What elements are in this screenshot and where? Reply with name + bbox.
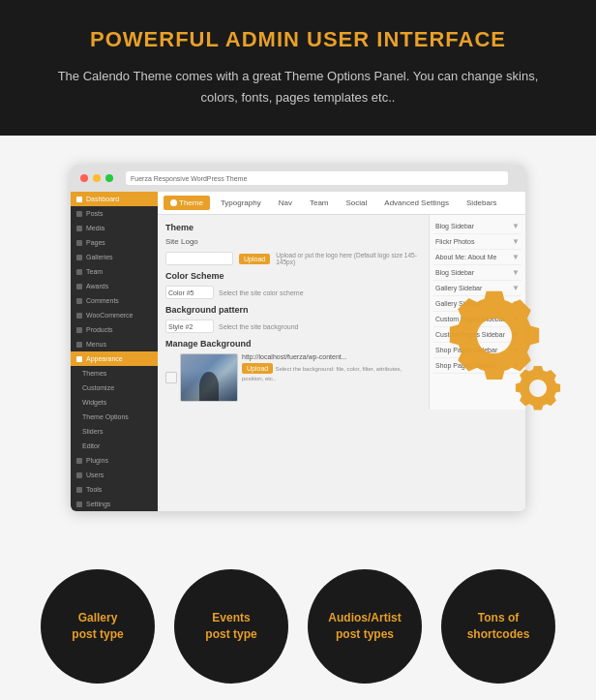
sidebar-label-galleries: Galleries <box>86 254 113 260</box>
feature-shortcodes-title: Tons of <box>478 610 519 626</box>
tab-advanced[interactable]: Advanced Settings <box>377 196 456 210</box>
sidebar-dot-icon <box>76 487 82 493</box>
browser-url-bar[interactable]: Fuerza Responsive WordPress Theme <box>126 171 508 185</box>
tab-theme[interactable]: Theme <box>164 196 210 210</box>
tab-sidebars[interactable]: Sidebars <box>460 196 504 210</box>
sidebar-item-tools[interactable]: Tools <box>71 482 158 497</box>
sidebar-label-sliders: Sliders <box>82 428 103 435</box>
bg-url-text: http://localhost/fuerza/wp-content... <box>242 353 421 360</box>
sidebar-item-menus[interactable]: Menus <box>71 337 158 351</box>
feature-circle-gallery: Gallery post type <box>41 569 155 684</box>
sidebar-label-editor: Editor <box>82 442 100 449</box>
right-item-blog-sidebar[interactable]: Blog Sidebar ▼ <box>433 219 522 234</box>
sidebar-item-products[interactable]: Products <box>71 322 158 337</box>
tab-team-label: Team <box>310 198 329 207</box>
sidebar-item-awards[interactable]: Awards <box>71 279 158 293</box>
sidebar-item-customize[interactable]: Customize <box>71 380 158 395</box>
bg-hint: Select the site background <box>219 323 421 330</box>
url-text: Fuerza Responsive WordPress Theme <box>131 175 247 182</box>
header-section: POWERFUL ADMIN USER INTERFACE The Calend… <box>0 0 596 136</box>
sidebar-item-dashboard[interactable]: Dashboard <box>71 192 158 206</box>
upload-button[interactable]: Upload <box>239 254 270 264</box>
feature-events-sub: post type <box>205 626 256 643</box>
section-title-theme: Theme <box>165 223 421 232</box>
feature-shortcodes-sub: shortcodes <box>467 626 530 643</box>
feature-circle-audios: Audios/Artist post types <box>308 569 422 684</box>
sidebar-item-posts[interactable]: Posts <box>71 206 158 221</box>
right-item-about[interactable]: About Me: About Me ▼ <box>433 250 522 265</box>
feature-gallery-sub: post type <box>72 626 123 643</box>
sidebar-label-menus: Menus <box>86 341 106 348</box>
site-logo-label: Site Logo <box>165 237 233 246</box>
sidebar-label-woo: WooCommerce <box>86 312 134 319</box>
browser-dot-yellow[interactable] <box>93 174 101 182</box>
sidebar-dot-icon <box>76 226 82 231</box>
sidebar-item-users[interactable]: Users <box>71 468 158 482</box>
logo-hint: Upload or put the logo here (Default log… <box>276 252 421 265</box>
right-arrow-flickr: ▼ <box>512 237 520 246</box>
sidebar-item-plugins[interactable]: Plugins <box>71 453 158 468</box>
sidebar-item-appearance[interactable]: Appearance <box>71 351 158 366</box>
sidebar-label-customize: Customize <box>82 384 114 391</box>
sidebar-dot-icon <box>76 327 82 333</box>
right-label-blog: Blog Sidebar <box>435 223 474 229</box>
logo-input[interactable] <box>165 252 233 265</box>
sidebar-dot-icon <box>76 502 82 507</box>
sidebar-dot-icon <box>76 255 82 260</box>
bg-figure <box>181 371 237 401</box>
bg-file-row <box>165 353 238 402</box>
tab-social[interactable]: Social <box>340 196 374 210</box>
sidebar-label-users: Users <box>86 472 104 478</box>
sidebar-item-woocommerce[interactable]: WooCommerce <box>71 308 158 322</box>
sidebar-item-theme-options[interactable]: Theme Options <box>71 410 158 424</box>
features-section: Gallery post type Events post type Audio… <box>0 540 596 700</box>
section-title-manage-bg: Manage Background <box>165 339 421 349</box>
sidebar-item-themes[interactable]: Themes <box>71 366 158 380</box>
sidebar-item-sliders[interactable]: Sliders <box>71 424 158 439</box>
screenshot-section: Fuerza Responsive WordPress Theme Dashbo… <box>0 136 596 540</box>
browser-dot-red[interactable] <box>80 174 88 182</box>
sidebar-item-widgets[interactable]: Widgets <box>71 395 158 410</box>
theme-icon <box>170 199 177 206</box>
sidebar-label-widgets: Widgets <box>82 399 106 406</box>
color-select[interactable]: Color #5 <box>165 286 214 299</box>
feature-gallery-title: Gallery <box>78 610 118 626</box>
sidebar-item-settings[interactable]: Settings <box>71 497 158 511</box>
color-value: Color #5 <box>168 289 194 296</box>
sidebar-item-editor[interactable]: Editor <box>71 439 158 453</box>
sidebar-label-awards: Awards <box>86 283 108 289</box>
tab-nav[interactable]: Nav <box>272 196 299 210</box>
color-scheme-row: Color #5 Select the site color scheme <box>165 286 421 299</box>
sidebar-label-posts: Posts <box>86 210 104 217</box>
upload-row: Upload Upload or put the logo here (Defa… <box>165 252 421 265</box>
feature-events-title: Events <box>212 610 250 626</box>
right-arrow-blog: ▼ <box>512 222 520 230</box>
right-arrow-about: ▼ <box>512 253 520 261</box>
sidebar-dot-icon <box>76 197 82 202</box>
bg-select[interactable]: Style #2 <box>165 320 214 333</box>
browser-dot-green[interactable] <box>105 174 113 182</box>
sidebar-item-pages[interactable]: Pages <box>71 235 158 250</box>
tab-team[interactable]: Team <box>303 196 336 210</box>
tab-typography[interactable]: Typography <box>214 196 268 210</box>
wp-tabs-bar: Theme Typography Nav Team Social <box>158 192 525 215</box>
sidebar-dot-icon <box>76 313 82 319</box>
section-title-color: Color Scheme <box>165 271 421 281</box>
sidebar-label-products: Products <box>86 326 113 333</box>
right-arrow-blog2: ▼ <box>512 268 520 277</box>
sidebar-item-comments[interactable]: Comments <box>71 293 158 308</box>
section-title-bg: Background pattern <box>165 305 421 315</box>
upload-bg-button[interactable]: Upload <box>242 363 273 374</box>
sidebar-item-galleries[interactable]: Galleries <box>71 250 158 264</box>
sidebar-item-media[interactable]: Media <box>71 221 158 235</box>
sidebar-item-team[interactable]: Team <box>71 264 158 279</box>
sidebar-label-themes: Themes <box>82 370 106 377</box>
figure-silhouette <box>199 372 219 401</box>
sidebar-label-pages: Pages <box>86 239 105 246</box>
browser-chrome: Fuerza Responsive WordPress Theme <box>71 165 525 192</box>
right-item-flickr[interactable]: Flickr Photos ▼ <box>433 234 522 250</box>
bg-checkbox[interactable] <box>165 372 177 383</box>
tab-advanced-label: Advanced Settings <box>384 198 449 207</box>
feature-circle-shortcodes: Tons of shortcodes <box>441 569 555 684</box>
wp-admin-sidebar: Dashboard Posts Media Pages Galleries <box>71 192 158 511</box>
